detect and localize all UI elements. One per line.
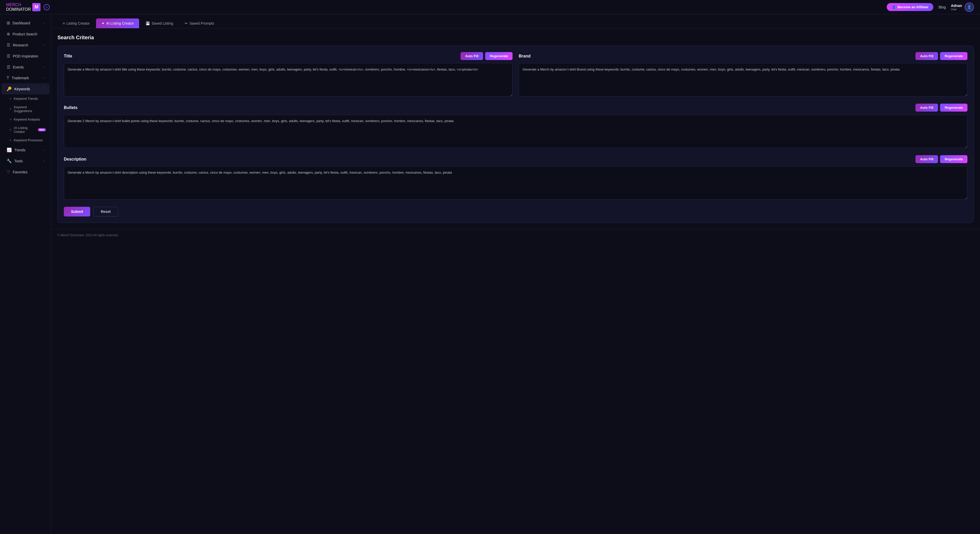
bullets-textarea[interactable]: Generate 2 Merch by amazon t-shirt bulle… — [64, 115, 967, 148]
brand-autofill-button[interactable]: Auto Fill — [915, 52, 938, 60]
sidebar-item-keyword-suggestions[interactable]: Keyword Suggestions — [0, 103, 51, 115]
bullets-section: Bullets Auto Fill Regenerate Generate 2 … — [64, 104, 967, 149]
saved-prompts-tab-icon: ✏ — [185, 21, 188, 26]
blog-link[interactable]: Blog — [939, 5, 946, 9]
trends-icon: 📈 — [7, 147, 12, 152]
avatar[interactable]: 👤 — [965, 3, 974, 12]
description-regenerate-button[interactable]: Regenerate — [940, 155, 967, 163]
title-actions: Auto Fill Regenerate — [461, 52, 512, 60]
sidebar-item-product-search[interactable]: ⊕ Product Search — [2, 29, 49, 40]
footer: © Merch Dominator, 2023 All rights reser… — [51, 229, 980, 241]
user-info: Adnan User 👤 — [951, 3, 974, 12]
sidebar-item-research[interactable]: ☰ Research › — [2, 40, 49, 51]
page-title: Search Criteria — [57, 35, 974, 40]
saved-listing-tab-icon: 💾 — [146, 21, 150, 26]
favorites-icon: ♡ — [7, 169, 10, 174]
title-field-header: Title Auto Fill Regenerate — [64, 52, 512, 60]
app-body: ⊞ Dashboard › ⊕ Product Search ☰ Researc… — [0, 14, 980, 534]
sidebar-item-keywords[interactable]: 🔑 Keywords ˅ — [2, 83, 49, 94]
affiliate-button[interactable]: 👤 Become an Affiliate — [887, 3, 933, 11]
tab-saved-prompts[interactable]: ✏ Saved Prompts — [180, 19, 220, 28]
sidebar-item-trends[interactable]: 📈 Trends › — [2, 144, 49, 155]
logo-circle-icon: ◎ — [44, 4, 50, 10]
title-autofill-button[interactable]: Auto Fill — [461, 52, 483, 60]
brand-section: Brand Auto Fill Regenerate Generate a Me… — [519, 52, 967, 97]
dashboard-icon: ⊞ — [7, 21, 10, 26]
bullets-label: Bullets — [64, 105, 77, 110]
logo-merch: MERCH — [6, 3, 21, 7]
keywords-chevron: ˅ — [43, 87, 45, 91]
description-section: Description Auto Fill Regenerate Generat… — [64, 155, 967, 201]
user-details: Adnan User — [951, 3, 962, 11]
sidebar-item-dashboard[interactable]: ⊞ Dashboard › — [2, 18, 49, 29]
title-section: Title Auto Fill Regenerate Generate a Me… — [64, 52, 512, 97]
criteria-card: Title Auto Fill Regenerate Generate a Me… — [57, 46, 974, 223]
new-badge: New — [38, 128, 46, 131]
tab-ai-listing-creator[interactable]: ✦ AI Listing Creator — [96, 19, 139, 28]
sidebar-item-ai-listing-creator[interactable]: AI Listing Creator New — [0, 124, 51, 136]
submit-button[interactable]: Submit — [64, 207, 90, 217]
title-regenerate-button[interactable]: Regenerate — [485, 52, 512, 60]
listing-creator-tab-icon: ≡ — [63, 21, 65, 26]
sidebar-item-keyword-processor[interactable]: Keyword Processor — [0, 136, 51, 144]
sidebar-item-keyword-trends[interactable]: Keyword Trends — [0, 94, 51, 103]
bullets-field-header: Bullets Auto Fill Regenerate — [64, 104, 967, 112]
ai-listing-creator-tab-icon: ✦ — [102, 21, 105, 26]
sub-dot-icon — [10, 129, 11, 131]
sub-dot-icon — [10, 108, 11, 110]
bullets-regenerate-button[interactable]: Regenerate — [940, 104, 967, 112]
description-actions: Auto Fill Regenerate — [915, 155, 967, 163]
trademark-icon: T — [7, 76, 9, 80]
sidebar-item-pod-inspiration[interactable]: ☰ POD Inspiration — [2, 51, 49, 62]
tools-icon: 🔧 — [7, 158, 12, 163]
description-label: Description — [64, 157, 86, 162]
reset-button[interactable]: Reset — [93, 207, 118, 217]
title-textarea[interactable]: Generate a Merch by amazon t-shirt title… — [64, 63, 512, 96]
trademark-chevron: › — [43, 76, 45, 80]
pod-icon: ☰ — [7, 54, 10, 59]
events-chevron: › — [43, 65, 45, 69]
sidebar-item-keyword-analysis[interactable]: Keyword Analysis — [0, 115, 51, 124]
sub-dot-icon — [10, 119, 11, 120]
bullets-actions: Auto Fill Regenerate — [915, 104, 967, 112]
submit-row: Submit Reset — [64, 207, 967, 217]
description-field-header: Description Auto Fill Regenerate — [64, 155, 967, 163]
page-content: Search Criteria Title Auto Fill Regenera… — [51, 29, 980, 229]
main-content: ≡ Listing Creator ✦ AI Listing Creator 💾… — [51, 14, 980, 534]
dashboard-chevron: › — [43, 21, 45, 25]
tools-chevron: › — [43, 159, 45, 163]
brand-textarea[interactable]: Generate a Merch by amazon t-shirt Brand… — [519, 63, 967, 96]
product-search-icon: ⊕ — [7, 32, 10, 37]
header-right: 👤 Become an Affiliate Blog Adnan User 👤 — [887, 3, 974, 12]
affiliate-icon: 👤 — [892, 5, 896, 9]
sidebar-item-favorites[interactable]: ♡ Favorites — [2, 166, 49, 177]
keywords-icon: 🔑 — [7, 86, 12, 91]
brand-actions: Auto Fill Regenerate — [915, 52, 967, 60]
title-label: Title — [64, 54, 72, 59]
logo-dominator: DOMINATOR — [6, 7, 31, 11]
tab-listing-creator[interactable]: ≡ Listing Creator — [57, 19, 95, 28]
bullets-autofill-button[interactable]: Auto Fill — [915, 104, 938, 112]
sub-dot-icon — [10, 140, 11, 141]
logo-m-icon: M — [32, 3, 40, 11]
sidebar-item-trademark[interactable]: T Trademark › — [2, 73, 49, 83]
brand-regenerate-button[interactable]: Regenerate — [940, 52, 967, 60]
research-chevron: › — [43, 43, 45, 47]
footer-text: © Merch Dominator, 2023 All rights reser… — [57, 233, 119, 237]
sub-dot-icon — [10, 98, 11, 99]
events-icon: ☰ — [7, 65, 10, 70]
tabs-bar: ≡ Listing Creator ✦ AI Listing Creator 💾… — [51, 14, 980, 29]
brand-field-header: Brand Auto Fill Regenerate — [519, 52, 967, 60]
logo-text: MERCH DOMINATOR — [6, 3, 31, 12]
sidebar-item-events[interactable]: ☰ Events › — [2, 62, 49, 73]
tab-saved-listing[interactable]: 💾 Saved Listing — [140, 19, 178, 28]
header: MERCH DOMINATOR M ◎ 👤 Become an Affiliat… — [0, 0, 980, 14]
sidebar-item-tools[interactable]: 🔧 Tools › — [2, 155, 49, 166]
description-textarea[interactable]: Generate a Merch by amazon t-shirt descr… — [64, 166, 967, 199]
trends-chevron: › — [43, 148, 45, 152]
description-autofill-button[interactable]: Auto Fill — [915, 155, 938, 163]
brand-label: Brand — [519, 54, 530, 59]
sidebar: ⊞ Dashboard › ⊕ Product Search ☰ Researc… — [0, 14, 51, 534]
logo: MERCH DOMINATOR M ◎ — [6, 3, 50, 12]
title-brand-row: Title Auto Fill Regenerate Generate a Me… — [64, 52, 967, 97]
